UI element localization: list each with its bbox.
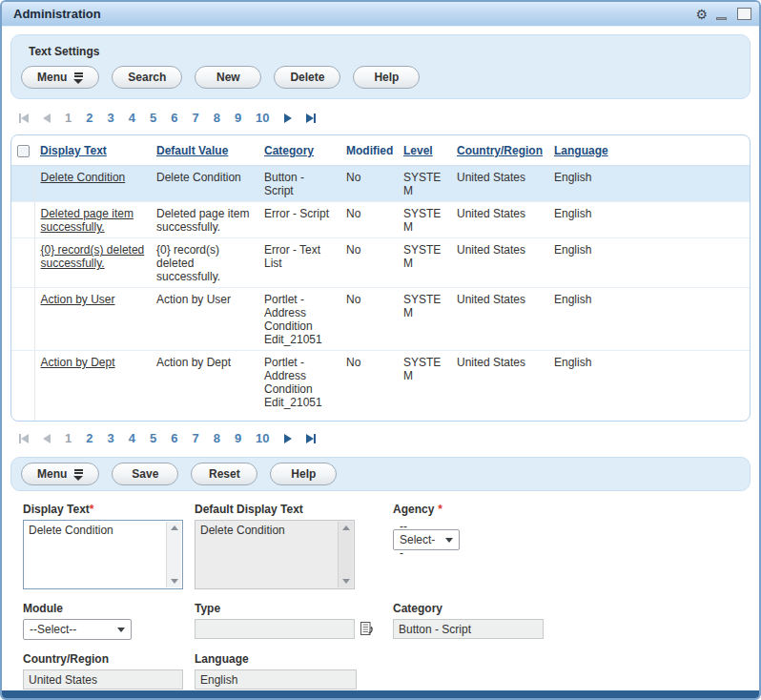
display-text-link[interactable]: Action by User [41, 293, 115, 306]
menu-dropdown-icon [73, 72, 83, 84]
page-link[interactable]: 2 [86, 431, 93, 445]
page-link[interactable]: 9 [235, 111, 241, 125]
pager-bottom: 1 2 3 4 5 6 7 8 9 10 [2, 422, 759, 455]
page-link[interactable]: 7 [192, 431, 198, 445]
scroll-down-arrow-icon[interactable] [171, 579, 178, 584]
bottom-button-row: Menu Save Reset Help [21, 463, 740, 485]
display-text-link[interactable]: Action by Dept [41, 356, 115, 369]
page-link[interactable]: 2 [86, 111, 93, 125]
row-select-cell [11, 166, 34, 202]
page-link[interactable]: 4 [129, 431, 135, 445]
form-toolbar-panel: Menu Save Reset Help [10, 457, 751, 491]
page-link[interactable]: 3 [107, 111, 113, 125]
window-title: Administration [13, 7, 695, 21]
sort-default-value[interactable]: Default Value [156, 144, 228, 157]
cell-modified: No [340, 202, 398, 238]
help-button[interactable]: Help [270, 463, 337, 485]
agency-select[interactable]: --Select-- [393, 529, 460, 550]
scroll-up-arrow-icon[interactable] [171, 525, 178, 530]
scroll-down-arrow-icon [342, 579, 350, 584]
display-text-link[interactable]: Delete Condition [41, 171, 126, 184]
delete-button[interactable]: Delete [274, 66, 340, 89]
select-all-checkbox[interactable] [17, 145, 30, 157]
cell-language: English [548, 202, 750, 238]
cell-level: SYSTEM [398, 238, 451, 288]
prev-page-icon [43, 434, 51, 443]
cell-language: English [548, 238, 750, 288]
page-link[interactable]: 6 [171, 431, 177, 445]
cell-language: English [548, 288, 750, 351]
help-button[interactable]: Help [353, 66, 420, 89]
display-text-link[interactable]: Deleted page item successfully. [41, 207, 134, 234]
page-link[interactable]: 5 [150, 431, 156, 445]
lookup-icon[interactable] [360, 621, 375, 639]
personalize-icon[interactable]: ⚙ [695, 8, 708, 21]
maximize-icon[interactable] [737, 8, 751, 20]
cell-category: Error - Script [258, 202, 340, 238]
cell-language: English [548, 351, 750, 422]
last-page-icon[interactable] [306, 113, 316, 123]
cell-category: Button - Script [258, 166, 340, 202]
top-button-row: Menu Search New Delete Help [21, 66, 740, 89]
window-bottom-bar [2, 690, 759, 698]
page-link[interactable]: 5 [150, 111, 156, 125]
menu-button[interactable]: Menu [21, 463, 99, 485]
cell-level: SYSTEM [398, 202, 451, 238]
page-link[interactable]: 4 [129, 111, 135, 125]
next-page-icon[interactable] [284, 113, 292, 123]
cell-default-value: Delete Condition [151, 166, 258, 202]
page-link[interactable]: 8 [214, 111, 220, 125]
cell-default-value: Deleted page item successfully. [151, 202, 258, 238]
window-controls: ⚙ [695, 8, 751, 21]
minimize-icon[interactable] [716, 8, 729, 20]
page-link-current: 1 [65, 431, 72, 445]
table-row[interactable]: {0} record(s) deleted successfully. {0} … [11, 238, 750, 288]
table-row[interactable]: Action by Dept Action by Dept Portlet - … [11, 351, 750, 422]
default-display-text-label: Default Display Text [195, 503, 393, 516]
reset-button-label: Reset [209, 467, 240, 481]
last-page-icon[interactable] [306, 434, 316, 443]
row-select-cell [11, 288, 34, 351]
table-row[interactable]: Delete Condition Delete Condition Button… [11, 166, 750, 202]
sort-language[interactable]: Language [554, 144, 608, 157]
sort-level[interactable]: Level [403, 144, 433, 157]
page-link[interactable]: 10 [256, 431, 269, 445]
menu-button-label: Menu [37, 71, 67, 84]
sort-category[interactable]: Category [264, 144, 314, 157]
text-settings-panel: Text Settings Menu Search New Delete Hel… [10, 34, 751, 99]
page-link[interactable]: 9 [235, 431, 241, 445]
page-link[interactable]: 10 [256, 111, 269, 125]
cell-country-region: United States [451, 202, 548, 238]
section-title: Text Settings [21, 41, 740, 66]
search-button[interactable]: Search [112, 66, 182, 89]
help-button-label: Help [374, 71, 399, 84]
cell-modified: No [340, 238, 398, 288]
cell-category: Portlet - Address Condition Edit_21051 [258, 288, 340, 351]
sort-country-region[interactable]: Country/Region [457, 144, 543, 157]
menu-button-label: Menu [37, 467, 67, 481]
titlebar: Administration ⚙ [2, 2, 759, 27]
reset-button[interactable]: Reset [191, 463, 257, 485]
delete-button-label: Delete [290, 71, 324, 84]
page-link[interactable]: 6 [171, 111, 177, 125]
page-link[interactable]: 3 [107, 431, 113, 445]
next-page-icon[interactable] [284, 434, 292, 443]
chevron-down-icon [445, 538, 453, 543]
sort-display-text[interactable]: Display Text [40, 144, 107, 157]
cell-level: SYSTEM [398, 166, 451, 202]
table-row[interactable]: Action by User Action by User Portlet - … [11, 288, 750, 351]
display-text-link[interactable]: {0} record(s) deleted successfully. [41, 243, 145, 270]
page-link[interactable]: 8 [214, 431, 220, 445]
textarea-scrollbar[interactable] [166, 522, 181, 587]
save-button[interactable]: Save [112, 463, 178, 485]
new-button[interactable]: New [195, 66, 261, 89]
page-link[interactable]: 7 [192, 111, 198, 125]
detail-form: Display Text* Delete Condition Default D… [2, 491, 759, 690]
table-row[interactable]: Deleted page item successfully. Deleted … [11, 202, 750, 238]
first-page-icon [19, 113, 29, 123]
cell-country-region: United States [451, 351, 548, 422]
module-select[interactable]: --Select-- [23, 619, 132, 640]
menu-button[interactable]: Menu [21, 66, 99, 89]
cell-category: Portlet - Address Condition Edit_21051 [258, 351, 340, 422]
display-text-textarea[interactable]: Delete Condition [23, 520, 183, 589]
